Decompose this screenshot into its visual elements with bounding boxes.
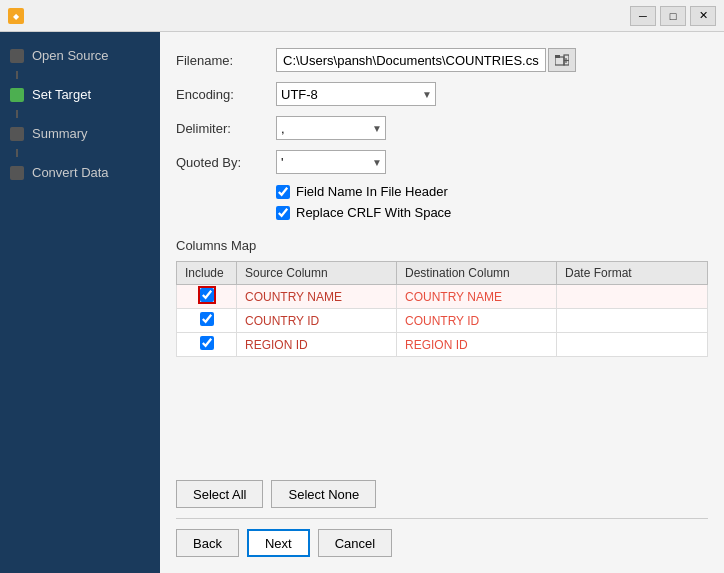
sidebar-item-open-source[interactable]: Open Source bbox=[0, 40, 160, 71]
select-all-button[interactable]: Select All bbox=[176, 480, 263, 508]
sidebar-dot-convert-data bbox=[10, 166, 24, 180]
sidebar-item-set-target[interactable]: Set Target bbox=[0, 79, 160, 110]
quotedby-select[interactable]: ' " None bbox=[276, 150, 386, 174]
columns-table: Include Source Column Destination Column… bbox=[176, 261, 708, 357]
filename-row: Filename: bbox=[176, 48, 708, 72]
field-name-header-label: Field Name In File Header bbox=[296, 184, 448, 199]
select-none-button[interactable]: Select None bbox=[271, 480, 376, 508]
sidebar-dot-open-source bbox=[10, 49, 24, 63]
replace-crlf-checkbox[interactable] bbox=[276, 206, 290, 220]
browse-button[interactable] bbox=[548, 48, 576, 72]
date-format-cell bbox=[557, 309, 708, 333]
sidebar-dot-summary bbox=[10, 127, 24, 141]
sidebar-dot-set-target bbox=[10, 88, 24, 102]
maximize-button[interactable]: □ bbox=[660, 6, 686, 26]
encoding-row: Encoding: UTF-8 UTF-16 ASCII ISO-8859-1 … bbox=[176, 82, 708, 106]
delimiter-row: Delimiter: , ; Tab | ▼ bbox=[176, 116, 708, 140]
columns-map-title: Columns Map bbox=[176, 238, 708, 253]
sidebar-connector-1 bbox=[16, 71, 18, 79]
sidebar-label-set-target: Set Target bbox=[32, 87, 91, 102]
svg-rect-3 bbox=[555, 55, 560, 58]
svg-text:◆: ◆ bbox=[13, 12, 20, 21]
title-bar: ◆ ─ □ ✕ bbox=[0, 0, 724, 32]
include-checkbox[interactable] bbox=[200, 288, 214, 302]
include-cell bbox=[177, 285, 237, 309]
sidebar-label-summary: Summary bbox=[32, 126, 88, 141]
app-icon: ◆ bbox=[8, 8, 24, 24]
encoding-select[interactable]: UTF-8 UTF-16 ASCII ISO-8859-1 bbox=[276, 82, 436, 106]
field-name-header-checkbox[interactable] bbox=[276, 185, 290, 199]
encoding-select-wrapper: UTF-8 UTF-16 ASCII ISO-8859-1 ▼ bbox=[276, 82, 436, 106]
encoding-label: Encoding: bbox=[176, 87, 276, 102]
include-checkbox[interactable] bbox=[200, 312, 214, 326]
main-container: Open Source Set Target Summary Convert D… bbox=[0, 32, 724, 573]
destination-column-cell: COUNTRY NAME bbox=[397, 285, 557, 309]
table-header-row: Include Source Column Destination Column… bbox=[177, 262, 708, 285]
sidebar-item-summary[interactable]: Summary bbox=[0, 118, 160, 149]
sidebar-label-convert-data: Convert Data bbox=[32, 165, 109, 180]
select-buttons-row: Select All Select None bbox=[176, 480, 708, 508]
col-header-include: Include bbox=[177, 262, 237, 285]
include-cell bbox=[177, 309, 237, 333]
window-controls: ─ □ ✕ bbox=[630, 6, 716, 26]
date-format-cell bbox=[557, 285, 708, 309]
filename-label: Filename: bbox=[176, 53, 276, 68]
col-header-destination: Destination Column bbox=[397, 262, 557, 285]
title-bar-left: ◆ bbox=[8, 8, 24, 24]
filename-input[interactable] bbox=[276, 48, 546, 72]
svg-rect-2 bbox=[555, 57, 564, 65]
delimiter-select-wrapper: , ; Tab | ▼ bbox=[276, 116, 386, 140]
source-column-cell: COUNTRY NAME bbox=[237, 285, 397, 309]
sidebar-connector-2 bbox=[16, 110, 18, 118]
delimiter-select[interactable]: , ; Tab | bbox=[276, 116, 386, 140]
table-row: COUNTRY IDCOUNTRY ID bbox=[177, 309, 708, 333]
col-header-date-format: Date Format bbox=[557, 262, 708, 285]
delimiter-label: Delimiter: bbox=[176, 121, 276, 136]
sidebar: Open Source Set Target Summary Convert D… bbox=[0, 32, 160, 573]
quotedby-select-wrapper: ' " None ▼ bbox=[276, 150, 386, 174]
replace-crlf-row: Replace CRLF With Space bbox=[276, 205, 708, 220]
destination-column-cell: REGION ID bbox=[397, 333, 557, 357]
nav-buttons-row: Back Next Cancel bbox=[176, 518, 708, 557]
minimize-button[interactable]: ─ bbox=[630, 6, 656, 26]
sidebar-item-convert-data[interactable]: Convert Data bbox=[0, 157, 160, 188]
source-column-cell: REGION ID bbox=[237, 333, 397, 357]
sidebar-label-open-source: Open Source bbox=[32, 48, 109, 63]
close-button[interactable]: ✕ bbox=[690, 6, 716, 26]
next-button[interactable]: Next bbox=[247, 529, 310, 557]
columns-map-section: Columns Map Include Source Column Destin… bbox=[176, 234, 708, 357]
include-cell bbox=[177, 333, 237, 357]
field-name-header-row: Field Name In File Header bbox=[276, 184, 708, 199]
replace-crlf-label: Replace CRLF With Space bbox=[296, 205, 451, 220]
date-format-cell bbox=[557, 333, 708, 357]
back-button[interactable]: Back bbox=[176, 529, 239, 557]
table-row: REGION IDREGION ID bbox=[177, 333, 708, 357]
quotedby-label: Quoted By: bbox=[176, 155, 276, 170]
include-checkbox[interactable] bbox=[200, 336, 214, 350]
content-area: Filename: Encoding: UTF-8 UTF-16 ASCII bbox=[160, 32, 724, 573]
sidebar-connector-3 bbox=[16, 149, 18, 157]
destination-column-cell: COUNTRY ID bbox=[397, 309, 557, 333]
source-column-cell: COUNTRY ID bbox=[237, 309, 397, 333]
bottom-section: Select All Select None Back Next Cancel bbox=[176, 472, 708, 557]
table-row: COUNTRY NAMECOUNTRY NAME bbox=[177, 285, 708, 309]
cancel-button[interactable]: Cancel bbox=[318, 529, 392, 557]
col-header-source: Source Column bbox=[237, 262, 397, 285]
quotedby-row: Quoted By: ' " None ▼ bbox=[176, 150, 708, 174]
